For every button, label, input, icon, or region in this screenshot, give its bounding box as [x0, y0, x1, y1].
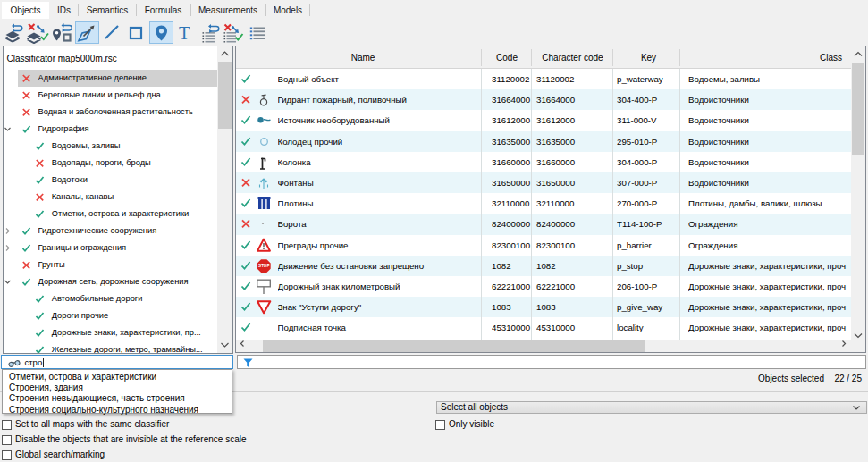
svg-text:T: T	[179, 23, 190, 43]
svg-text:STOP: STOP	[258, 264, 269, 268]
